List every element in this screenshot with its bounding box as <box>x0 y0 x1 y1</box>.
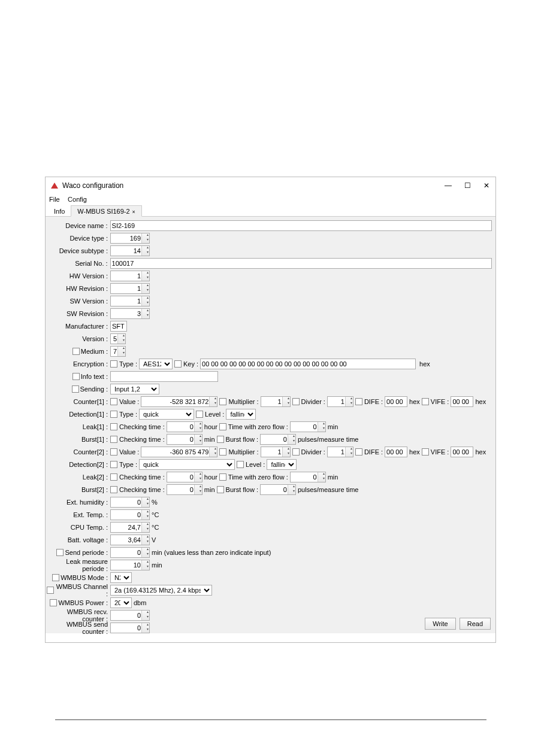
hw-revision-input[interactable] <box>110 283 150 294</box>
c2-div-input[interactable] <box>327 447 353 457</box>
l2-zero-checkbox[interactable] <box>219 473 226 481</box>
write-button[interactable]: Write <box>425 618 455 630</box>
batt-input[interactable] <box>110 535 150 545</box>
b1-check-checkbox[interactable] <box>110 436 117 443</box>
c1-mult-input[interactable] <box>261 396 291 407</box>
manufacturer-input[interactable] <box>110 321 127 332</box>
label-serial: Serial No. : <box>47 260 110 267</box>
label-medium: Medium : <box>81 348 108 355</box>
label-sending: Sending : <box>80 385 108 393</box>
l2-zero-input[interactable] <box>290 472 326 482</box>
d2-level-checkbox[interactable] <box>237 461 244 468</box>
d1-type-checkbox[interactable] <box>110 411 117 418</box>
c2-value-checkbox[interactable] <box>110 448 117 456</box>
ext-hum-input[interactable] <box>110 497 150 508</box>
c1-div-checkbox[interactable] <box>292 398 300 405</box>
c1-vife-checkbox[interactable] <box>422 398 429 405</box>
tab-close-icon[interactable]: × <box>132 209 135 215</box>
wmbus-power-select[interactable]: 20 <box>110 597 132 608</box>
c1-dife-checkbox[interactable] <box>355 398 362 405</box>
l1-check-checkbox[interactable] <box>110 423 117 430</box>
d1-level-checkbox[interactable] <box>196 411 203 418</box>
label-wmbus-power: WMBUS Power : <box>58 599 108 606</box>
b2-flow-input[interactable] <box>260 484 296 495</box>
d2-type-checkbox[interactable] <box>110 461 117 468</box>
l1-zero-input[interactable] <box>290 421 326 432</box>
ext-temp-input[interactable] <box>110 509 150 520</box>
sw-version-input[interactable] <box>110 296 150 306</box>
maximize-button[interactable]: ☐ <box>463 181 471 190</box>
c1-mult-checkbox[interactable] <box>219 398 226 405</box>
wmbus-channel-select[interactable]: 2a (169.43125 Mhz), 2.4 kbps <box>110 585 212 596</box>
c1-dife-input[interactable] <box>385 396 407 407</box>
medium-input[interactable] <box>110 346 126 357</box>
c2-dife-checkbox[interactable] <box>355 448 362 456</box>
d2-type-select[interactable]: quick <box>139 459 235 470</box>
b1-flow-checkbox[interactable] <box>217 436 224 443</box>
info-text-input[interactable] <box>110 371 218 382</box>
l2-check-checkbox[interactable] <box>110 473 117 481</box>
form-panel: Device name : Device type : Device subty… <box>46 217 495 633</box>
device-subtype-input[interactable] <box>110 245 150 256</box>
b2-check-checkbox[interactable] <box>110 486 117 493</box>
b2-flow-checkbox[interactable] <box>217 486 224 493</box>
read-button[interactable]: Read <box>460 618 491 630</box>
c1-vife-input[interactable] <box>451 396 473 407</box>
c2-div-checkbox[interactable] <box>292 448 300 456</box>
menu-config[interactable]: Config <box>68 196 87 203</box>
medium-checkbox[interactable] <box>72 348 80 355</box>
close-button[interactable]: ✕ <box>482 181 491 190</box>
send-period-checkbox[interactable] <box>56 549 64 556</box>
wmbus-power-checkbox[interactable] <box>50 599 57 606</box>
wmbus-send-input[interactable] <box>110 623 150 633</box>
wmbus-recv-input[interactable] <box>110 610 150 621</box>
enc-type-checkbox[interactable] <box>110 360 117 368</box>
label-ext-temp: Ext. Temp. : <box>47 511 110 518</box>
label-info-text: Info text : <box>81 373 108 380</box>
b1-flow-input[interactable] <box>260 434 296 445</box>
info-text-checkbox[interactable] <box>72 373 80 380</box>
d2-level-select[interactable]: falling <box>267 459 297 470</box>
sw-revision-input[interactable] <box>110 308 150 319</box>
c2-dife-input[interactable] <box>385 447 407 457</box>
version-input[interactable] <box>110 333 126 344</box>
titlebar: Waco configuration — ☐ ✕ <box>46 177 495 194</box>
l2-check-input[interactable] <box>167 472 202 482</box>
device-type-input[interactable] <box>110 233 150 244</box>
wmbus-mode-select[interactable]: N2 <box>110 572 132 583</box>
sending-checkbox[interactable] <box>72 385 79 393</box>
d1-type-select[interactable]: quick <box>139 409 194 420</box>
minimize-button[interactable]: — <box>444 181 452 190</box>
c2-vife-checkbox[interactable] <box>422 448 429 456</box>
c2-mult-input[interactable] <box>261 447 291 457</box>
label-device-type: Device type : <box>47 235 110 242</box>
menu-file[interactable]: File <box>49 196 60 203</box>
serial-input[interactable] <box>110 258 492 269</box>
enc-key-input[interactable] <box>200 359 416 369</box>
c2-value-input[interactable] <box>141 447 217 457</box>
tab-info[interactable]: Info <box>48 206 71 216</box>
enc-type-select[interactable]: AES128 <box>139 359 173 369</box>
wmbus-channel-checkbox[interactable] <box>47 587 54 594</box>
c1-div-input[interactable] <box>327 396 353 407</box>
tab-wmbus[interactable]: W-MBUS SI169-2× <box>71 205 141 217</box>
c1-value-input[interactable] <box>141 396 217 407</box>
cpu-temp-input[interactable] <box>110 522 150 533</box>
c2-vife-input[interactable] <box>451 447 473 457</box>
device-name-input[interactable] <box>110 220 492 231</box>
hw-version-input[interactable] <box>110 271 150 281</box>
sending-select[interactable]: Input 1,2 <box>110 384 159 394</box>
c1-value-checkbox[interactable] <box>110 398 117 405</box>
d1-level-select[interactable]: falling <box>226 409 256 420</box>
label-wmbus-mode: WMBUS Mode : <box>61 574 108 581</box>
b2-check-input[interactable] <box>167 484 202 495</box>
leak-period-input[interactable] <box>110 560 150 570</box>
b1-check-input[interactable] <box>167 434 202 445</box>
enc-key-checkbox[interactable] <box>174 360 182 368</box>
wmbus-mode-checkbox[interactable] <box>52 574 59 581</box>
c2-mult-checkbox[interactable] <box>219 448 226 456</box>
l1-check-input[interactable] <box>167 421 202 432</box>
label-hw-revision: HW Revision : <box>47 285 110 292</box>
send-period-input[interactable] <box>110 547 150 558</box>
l1-zero-checkbox[interactable] <box>219 423 226 430</box>
